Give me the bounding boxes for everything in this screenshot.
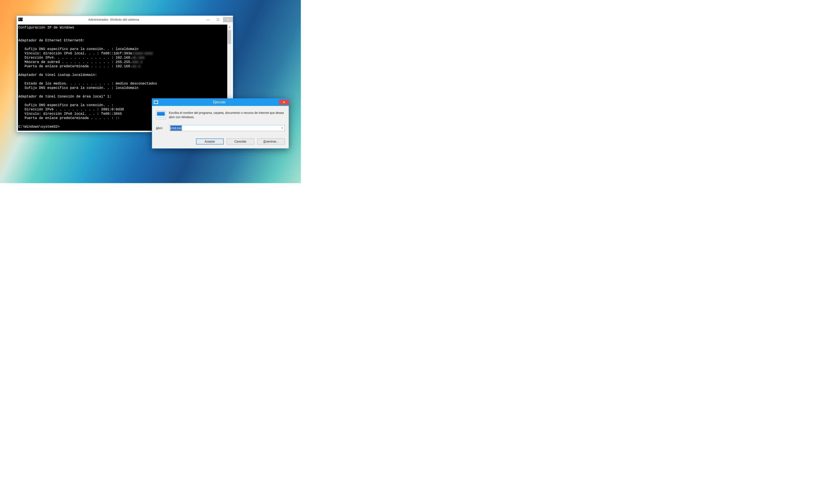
chevron-down-icon[interactable]: ▾ [280, 127, 285, 129]
run-program-icon [156, 111, 166, 119]
cmd-window-title: Administrador: Símbolo del sistema [25, 18, 203, 22]
cmd-blurred-text: xxxx:xxxx [134, 51, 153, 55]
run-dialog-title: Ejecutar [160, 100, 279, 104]
cmd-line: Sufijo DNS específico para la conexión. … [18, 47, 138, 51]
ok-button[interactable]: Aceptar [196, 138, 223, 144]
cmd-line: Configuración IP de Windows [18, 26, 74, 30]
cmd-line: Sufijo DNS específico para la conexión. … [18, 86, 138, 90]
cmd-line: Dirección IPv6 . . . . . . . . . . : 200… [18, 108, 124, 112]
cmd-blurred-text: xxx.x [132, 60, 142, 64]
browse-button[interactable]: Examinar... [257, 138, 285, 144]
cmd-system-icon[interactable]: C:\ [18, 18, 23, 21]
cmd-line: Estado de los medios. . . . . . . . . . … [18, 82, 157, 86]
cmd-prompt: C:\Windows\system32> [18, 125, 60, 129]
desktop-background: C:\ Administrador: Símbolo del sistema ―… [0, 0, 301, 183]
cmd-line: Vínculo: dirección IPv6 local. . . : fe8… [18, 112, 122, 116]
close-button[interactable]: ✕ [223, 17, 233, 22]
scroll-up-icon[interactable]: ▲ [227, 25, 232, 29]
cmd-line: Adaptador de túnel Conexión de área loca… [18, 95, 112, 98]
close-button[interactable]: ✕ [279, 100, 289, 105]
cmd-titlebar[interactable]: C:\ Administrador: Símbolo del sistema ―… [16, 16, 233, 23]
scroll-thumb[interactable] [228, 30, 231, 44]
cmd-line: Sufijo DNS específico para la conexión. … [18, 103, 114, 107]
cmd-line: Puerta de enlace predeterminada . . . . … [18, 65, 132, 68]
run-description: Escriba el nombre del programa, carpeta,… [169, 111, 285, 120]
run-open-input[interactable] [169, 126, 280, 131]
run-open-label: Abrir: [156, 126, 166, 130]
run-dialog-icon [154, 100, 158, 104]
cmd-line: Dirección IPv4. . . . . . . . . . . . . … [18, 56, 132, 60]
cmd-line: Máscara de subred . . . . . . . . . . . … [18, 60, 132, 64]
cmd-line: Puerta de enlace predeterminada . . . . … [18, 116, 120, 120]
cancel-button[interactable]: Cancelar [226, 138, 254, 144]
run-open-combobox[interactable]: ▾ [169, 125, 285, 131]
maximize-button[interactable]: ☐ [213, 17, 223, 22]
cmd-line: Adaptador de Ethernet Ethernet0: [18, 39, 85, 42]
cmd-blurred-text: xx.xxx [132, 56, 145, 60]
minimize-button[interactable]: ― [203, 17, 213, 22]
run-titlebar[interactable]: Ejecutar ✕ [152, 98, 289, 106]
cmd-blurred-text: xx.x [132, 65, 140, 68]
cmd-line: Adaptador de túnel isatap.localdomain: [18, 73, 97, 77]
run-dialog: Ejecutar ✕ Escriba el nombre del program… [152, 98, 289, 149]
cmd-line: Vínculo: dirección IPv6 local. . . : fe8… [18, 51, 134, 55]
